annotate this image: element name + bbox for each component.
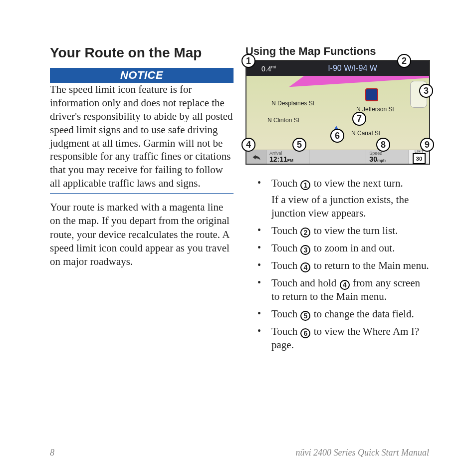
notice-banner: NOTICE (50, 68, 234, 83)
back-button[interactable] (246, 150, 266, 164)
reference-number-icon: 4 (300, 262, 310, 272)
speed-field[interactable]: Speed 30mph (366, 150, 409, 164)
route-line (250, 76, 429, 116)
function-list: Touch 1 to view the next turn.If a view … (245, 177, 429, 356)
speed-limit-sign[interactable]: LIMIT 30 (409, 150, 429, 164)
reference-number-icon: 2 (300, 228, 310, 238)
center-field[interactable] (309, 150, 367, 164)
callout-5: 5 (292, 138, 306, 152)
callout-7: 7 (352, 112, 366, 126)
callout-4: 4 (241, 138, 255, 152)
callout-3: 3 (419, 84, 433, 98)
page-footer: 8 nüvi 2400 Series Quick Start Manual (50, 448, 429, 458)
reference-number-icon: 4 (340, 280, 350, 290)
gps-status-bar: Arrival 12:11PM Speed 30mph LIMIT 30 (246, 150, 429, 164)
callout-6: 6 (330, 129, 344, 143)
function-item: Touch 2 to view the turn list. (253, 224, 429, 238)
street-label: N Desplaines St (271, 100, 314, 107)
function-item: Touch and hold 4 from any screen to retu… (253, 276, 429, 303)
function-item: Touch 4 to return to the Main menu. (253, 259, 429, 272)
notice-text: The speed limit icon feature is for info… (50, 83, 234, 194)
reference-number-icon: 6 (300, 328, 310, 338)
page-title: Your Route on the Map (50, 45, 234, 61)
function-item: Touch 6 to view the Where Am I? page. (253, 325, 429, 352)
street-label: N Jefferson St (356, 106, 394, 113)
page-number: 8 (50, 448, 54, 458)
street-label: N Canal St (351, 130, 380, 137)
callout-8: 8 (376, 138, 390, 152)
reference-number-icon: 1 (300, 180, 310, 190)
route-description: Your route is marked with a magenta line… (50, 201, 234, 268)
manual-name: nüvi 2400 Series Quick Start Manual (296, 448, 429, 458)
street-label: N Clinton St (267, 117, 299, 124)
gps-screenshot: 0.4mi I-90 W/I-94 W N Desplaines St N Cl… (245, 60, 430, 165)
callout-1: 1 (241, 54, 255, 68)
function-item: Touch 1 to view the next turn.If a view … (253, 177, 429, 220)
manual-page: Your Route on the Map NOTICE The speed l… (50, 45, 429, 444)
reference-number-icon: 3 (300, 245, 310, 255)
callout-9: 9 (420, 138, 434, 152)
reference-number-icon: 5 (300, 311, 310, 321)
highway-shield-icon (365, 88, 378, 101)
left-column: Your Route on the Map NOTICE The speed l… (50, 45, 234, 444)
callout-2: 2 (397, 54, 411, 68)
function-item: Touch 3 to zoom in and out. (253, 241, 429, 255)
function-item: Touch 5 to change the data field. (253, 307, 429, 321)
arrival-field[interactable]: Arrival 12:11PM (266, 150, 309, 164)
right-column: Using the Map Functions 0.4mi I-90 W/I-9… (245, 45, 429, 444)
